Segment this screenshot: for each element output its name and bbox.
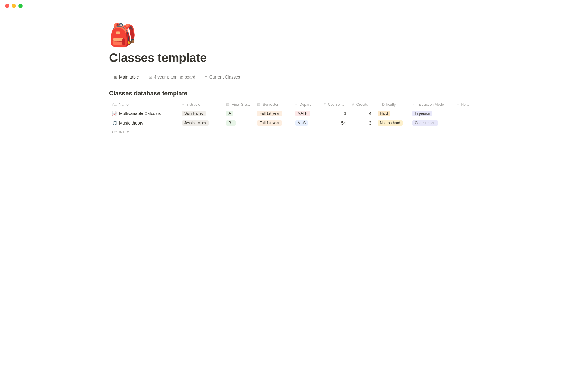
semester-chip-1: Fall 1st year bbox=[257, 120, 282, 126]
cell-grade-0: A bbox=[223, 109, 254, 118]
cell-instructor-0: Sam Harley bbox=[179, 109, 223, 118]
main-table-icon: ⊞ bbox=[114, 75, 117, 79]
cell-grade-1: B+ bbox=[223, 118, 254, 128]
titlebar bbox=[0, 0, 588, 12]
instructor-chip-0: Sam Harley bbox=[182, 111, 206, 116]
difficulty-chip-0: Hard bbox=[378, 111, 390, 116]
cell-difficulty-1: Not too hard bbox=[375, 118, 409, 128]
col-difficulty-icon: ○ bbox=[378, 102, 380, 107]
cell-notes-1 bbox=[454, 118, 479, 128]
mode-chip-1: Combination bbox=[412, 120, 438, 126]
col-header-name[interactable]: Aa Name bbox=[109, 101, 179, 109]
row-icon-0: 📈 bbox=[112, 111, 117, 116]
cell-notes-0 bbox=[454, 109, 479, 118]
col-header-semester[interactable]: ▤ Semester bbox=[254, 101, 292, 109]
table-header-row: Aa Name ○ Instructor ▤ Final Gra... ▤ Se… bbox=[109, 101, 479, 109]
mode-chip-0: In person bbox=[412, 111, 432, 116]
count-value: 2 bbox=[127, 130, 129, 134]
semester-chip-0: Fall 1st year bbox=[257, 111, 282, 116]
maximize-button[interactable] bbox=[18, 4, 23, 8]
course-num-0: 3 bbox=[344, 111, 346, 116]
table-row[interactable]: 🎵 Music theory Jessica Miles B+ Fall 1st… bbox=[109, 118, 479, 128]
main-table: Aa Name ○ Instructor ▤ Final Gra... ▤ Se… bbox=[109, 101, 479, 136]
col-header-instructor[interactable]: ○ Instructor bbox=[179, 101, 223, 109]
planning-board-icon: ⊡ bbox=[149, 75, 152, 79]
cell-mode-0: In person bbox=[409, 109, 454, 118]
col-header-mode[interactable]: ≡ Instruction Mode bbox=[409, 101, 454, 109]
db-title: Classes database template bbox=[109, 90, 479, 97]
tab-current-classes[interactable]: ≡ Current Classes bbox=[200, 72, 245, 82]
credits-1: 3 bbox=[369, 121, 371, 125]
page-content: 🎒 Classes template ⊞ Main table ⊡ 4 year… bbox=[80, 12, 508, 148]
cell-dept-0: MATH bbox=[292, 109, 321, 118]
col-header-course[interactable]: # Course ... bbox=[321, 101, 349, 109]
row-name-1: Music theory bbox=[119, 121, 143, 125]
col-header-difficulty[interactable]: ○ Difficulty bbox=[375, 101, 409, 109]
count-row: COUNT 2 bbox=[109, 128, 479, 136]
col-grade-icon: ▤ bbox=[226, 102, 229, 107]
minimize-button[interactable] bbox=[12, 4, 16, 8]
row-icon-1: 🎵 bbox=[112, 121, 117, 125]
row-name-0: Multivariable Calculus bbox=[119, 111, 161, 116]
col-header-dept[interactable]: ≡ Depart... bbox=[292, 101, 321, 109]
count-cell: COUNT 2 bbox=[109, 128, 479, 136]
table-row[interactable]: 📈 Multivariable Calculus Sam Harley A Fa… bbox=[109, 109, 479, 118]
col-semester-icon: ▤ bbox=[257, 102, 260, 107]
tabs-container: ⊞ Main table ⊡ 4 year planning board ≡ C… bbox=[109, 72, 479, 82]
cell-course-0: 3 bbox=[321, 109, 349, 118]
cell-credits-0: 4 bbox=[349, 109, 375, 118]
col-notes-icon: ≡ bbox=[457, 102, 459, 107]
dept-chip-1: MUS bbox=[295, 120, 308, 126]
cell-semester-1: Fall 1st year bbox=[254, 118, 292, 128]
cell-difficulty-0: Hard bbox=[375, 109, 409, 118]
cell-name-0: 📈 Multivariable Calculus bbox=[109, 109, 179, 118]
col-mode-icon: ≡ bbox=[412, 102, 414, 107]
cell-course-1: 54 bbox=[321, 118, 349, 128]
tab-planning-board-label: 4 year planning board bbox=[154, 75, 195, 79]
cell-name-1: 🎵 Music theory bbox=[109, 118, 179, 128]
col-header-notes[interactable]: ≡ No... bbox=[454, 101, 479, 109]
credits-0: 4 bbox=[369, 111, 371, 116]
close-button[interactable] bbox=[5, 4, 9, 8]
current-classes-icon: ≡ bbox=[205, 75, 208, 79]
difficulty-chip-1: Not too hard bbox=[378, 120, 403, 126]
tab-main-table-label: Main table bbox=[119, 75, 139, 79]
course-num-1: 54 bbox=[341, 121, 346, 125]
col-course-icon: # bbox=[324, 102, 326, 107]
tab-main-table[interactable]: ⊞ Main table bbox=[109, 72, 144, 82]
dept-chip-0: MATH bbox=[295, 111, 310, 116]
count-label: COUNT bbox=[112, 130, 125, 134]
col-header-credits[interactable]: # Credits bbox=[349, 101, 375, 109]
cell-semester-0: Fall 1st year bbox=[254, 109, 292, 118]
cell-instructor-1: Jessica Miles bbox=[179, 118, 223, 128]
col-instructor-icon: ○ bbox=[182, 102, 184, 107]
grade-chip-1: B+ bbox=[226, 120, 236, 126]
col-credits-icon: # bbox=[352, 102, 354, 107]
cell-mode-1: Combination bbox=[409, 118, 454, 128]
col-header-grade[interactable]: ▤ Final Gra... bbox=[223, 101, 254, 109]
tab-current-classes-label: Current Classes bbox=[209, 75, 240, 79]
instructor-chip-1: Jessica Miles bbox=[182, 120, 209, 126]
cell-credits-1: 3 bbox=[349, 118, 375, 128]
page-title: Classes template bbox=[109, 51, 479, 65]
col-name-icon: Aa bbox=[112, 102, 117, 107]
col-dept-icon: ≡ bbox=[295, 102, 297, 107]
page-icon: 🎒 bbox=[109, 24, 479, 46]
grade-chip-0: A bbox=[226, 111, 233, 116]
tab-planning-board[interactable]: ⊡ 4 year planning board bbox=[144, 72, 200, 82]
cell-dept-1: MUS bbox=[292, 118, 321, 128]
